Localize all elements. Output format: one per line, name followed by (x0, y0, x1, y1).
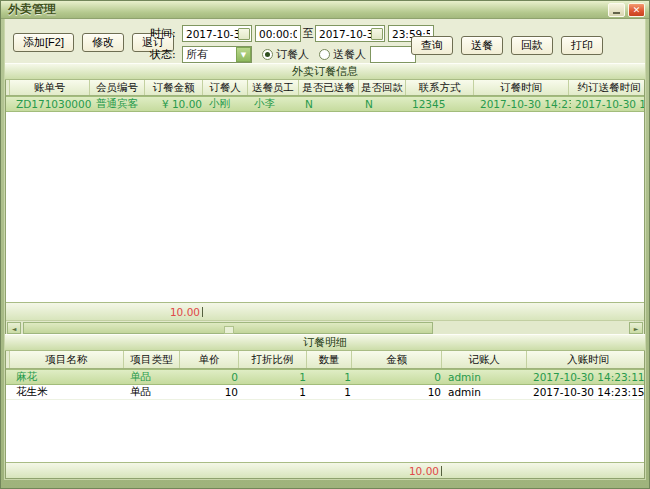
detail-table-row[interactable]: 麻花 单品 0 1 1 0 admin 2017-10-30 14:23:11 (6, 369, 644, 385)
dropdown-arrow-icon[interactable]: ▼ (236, 47, 251, 62)
minimize-icon (613, 12, 620, 14)
status-dropdown-value: 所有 (183, 47, 236, 62)
cell-delivery-staff: 小李 (251, 97, 302, 111)
order-grid-footer: 10.00 (6, 302, 644, 320)
order-table-row[interactable]: ZD17103000028 普通宾客 ¥ 10.00 小刚 小李 N N 123… (6, 96, 644, 112)
detail-grid-header: 项目名称 项目类型 单价 打折比例 数量 金额 记账人 入账时间 (6, 351, 644, 369)
cell-discount-ratio: 1 (242, 371, 310, 383)
column-header-order-time[interactable]: 订餐时间 (474, 80, 569, 95)
toolbar: 添加[F2] 修改 退订 时间: 至 (5, 19, 645, 63)
cell-amount: 0 (355, 371, 445, 383)
deliver-button[interactable]: 送餐 (461, 36, 503, 55)
column-header-item-name[interactable]: 项目名称 (10, 351, 124, 368)
cell-scheduled-delivery-time: 2017-10-30 11:30:00 (572, 98, 645, 110)
radio-orderer[interactable]: 订餐人 (262, 47, 309, 62)
cell-paid-back: N (362, 98, 409, 110)
column-header-amount[interactable]: 金额 (352, 351, 442, 368)
radio-orderer-label: 订餐人 (276, 47, 309, 62)
detail-grid-footer: 10.00 (6, 462, 644, 478)
scroll-right-icon[interactable]: ► (629, 322, 643, 334)
cell-bookkeeper: admin (445, 386, 530, 398)
order-grid-header: 账单号 会员编号 订餐金额 订餐人 送餐员工 是否已送餐 是否回款 联系方式 订… (6, 80, 644, 96)
column-header-delivered[interactable]: 是否已送餐 (299, 80, 359, 95)
date-from-field[interactable] (182, 25, 252, 42)
cell-orderer: 小刚 (206, 97, 251, 111)
detail-total-value: 10.00 (409, 465, 442, 477)
cell-item-name: 花生米 (13, 385, 127, 399)
horizontal-scrollbar[interactable]: ◄ ► (6, 320, 644, 334)
column-header-bookkeeper[interactable]: 记账人 (442, 351, 527, 368)
radio-deliverer-icon[interactable] (319, 49, 330, 60)
minimize-button[interactable] (608, 3, 625, 17)
cell-unit-price: 10 (183, 386, 242, 398)
time-label: 时间: (150, 26, 182, 41)
cell-bill-no: ZD17103000028 (13, 98, 93, 110)
order-total-value: 10.00 (170, 306, 203, 318)
column-header-unit-price[interactable]: 单价 (180, 351, 239, 368)
radio-deliverer[interactable]: 送餐人 (319, 47, 366, 62)
cell-quantity: 1 (310, 386, 355, 398)
order-grid: 账单号 会员编号 订餐金额 订餐人 送餐员工 是否已送餐 是否回款 联系方式 订… (5, 80, 645, 334)
modify-button[interactable]: 修改 (82, 33, 124, 52)
status-dropdown[interactable]: 所有 ▼ (182, 46, 252, 63)
column-header-scheduled-delivery-time[interactable]: 约订送餐时间 (569, 80, 645, 95)
date-from-input[interactable] (186, 28, 238, 40)
date-to-input[interactable] (319, 28, 371, 40)
print-button[interactable]: 打印 (561, 36, 603, 55)
cell-delivered: N (302, 98, 362, 110)
cell-bookkeeper: admin (445, 371, 530, 383)
payment-button[interactable]: 回款 (511, 36, 553, 55)
column-header-bill-no[interactable]: 账单号 (10, 80, 90, 95)
date-to-picker-button[interactable] (371, 28, 383, 40)
takeout-management-window: 外卖管理 ✕ 添加[F2] 修改 退订 时间: (0, 0, 650, 489)
detail-table-row[interactable]: 花生米 单品 10 1 1 10 admin 2017-10-30 14:23:… (6, 385, 644, 400)
detail-grid-section-title: 订餐明细 (5, 334, 645, 351)
column-header-contact[interactable]: 联系方式 (406, 80, 474, 95)
cell-item-type: 单品 (127, 385, 183, 399)
cell-item-name: 麻花 (13, 370, 127, 384)
close-icon: ✕ (633, 5, 641, 15)
detail-total: 10.00 (6, 465, 442, 477)
person-search-input[interactable] (370, 46, 416, 63)
time-filter-row: 时间: 至 (150, 25, 434, 42)
cell-discount-ratio: 1 (242, 386, 310, 398)
add-button[interactable]: 添加[F2] (13, 33, 74, 52)
detail-grid: 项目名称 项目类型 单价 打折比例 数量 金额 记账人 入账时间 麻花 单品 0… (5, 351, 645, 479)
column-header-paid-back[interactable]: 是否回款 (359, 80, 406, 95)
column-header-entry-time[interactable]: 入账时间 (527, 351, 645, 368)
scrollbar-thumb[interactable] (23, 322, 433, 334)
order-grid-section-title: 外卖订餐信息 (5, 63, 645, 80)
date-to-field[interactable] (315, 25, 385, 42)
order-total: 10.00 (6, 306, 203, 318)
cell-item-type: 单品 (127, 370, 183, 384)
column-header-delivery-staff[interactable]: 送餐员工 (248, 80, 299, 95)
column-header-item-type[interactable]: 项目类型 (124, 351, 180, 368)
radio-orderer-icon[interactable] (262, 49, 273, 60)
content-area: 添加[F2] 修改 退订 时间: 至 (4, 19, 646, 480)
window-title: 外卖管理 (8, 1, 605, 18)
toolbar-right-buttons: 查询 送餐 回款 打印 (411, 36, 603, 55)
cell-unit-price: 0 (183, 371, 242, 383)
date-from-picker-button[interactable] (238, 28, 250, 40)
radio-deliverer-label: 送餐人 (333, 47, 366, 62)
cell-entry-time: 2017-10-30 14:23:11 (530, 371, 645, 383)
column-header-order-amount[interactable]: 订餐金额 (145, 80, 203, 95)
close-button[interactable]: ✕ (628, 3, 645, 17)
cell-contact: 12345 (409, 98, 477, 110)
cell-quantity: 1 (310, 371, 355, 383)
query-button[interactable]: 查询 (411, 36, 453, 55)
cell-member-no: 普通宾客 (93, 97, 148, 111)
time-from-field[interactable] (255, 25, 301, 42)
scroll-left-icon[interactable]: ◄ (7, 322, 21, 334)
cell-entry-time: 2017-10-30 14:23:15 (530, 386, 645, 398)
to-label: 至 (301, 26, 315, 41)
column-header-discount-ratio[interactable]: 打折比例 (239, 351, 307, 368)
column-header-quantity[interactable]: 数量 (307, 351, 352, 368)
cell-order-time: 2017-10-30 14:23:19 (477, 98, 572, 110)
time-from-input[interactable] (259, 28, 297, 40)
column-header-orderer[interactable]: 订餐人 (203, 80, 248, 95)
column-header-member-no[interactable]: 会员编号 (90, 80, 145, 95)
cell-order-amount: ¥ 10.00 (148, 98, 206, 110)
order-grid-empty-area (6, 112, 644, 302)
title-bar[interactable]: 外卖管理 ✕ (1, 1, 649, 19)
